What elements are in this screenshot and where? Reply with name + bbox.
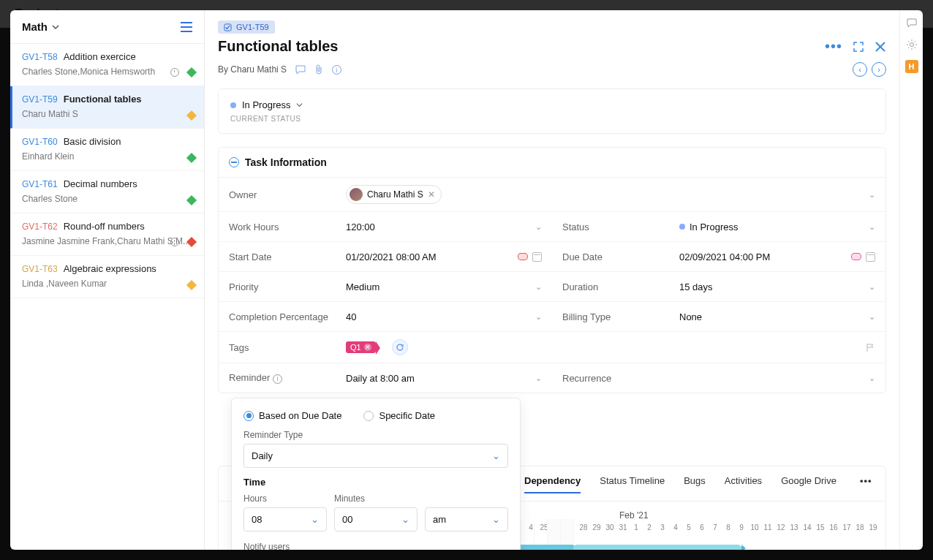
tabs-more-icon[interactable]: ••• [860,475,872,493]
reminder-label: Reminder i [229,372,346,384]
gantt-bar[interactable] [573,545,741,550]
task-info-section: Task Information Owner Charu Mathi S✕ ⌄ … [218,147,886,393]
gantt-day-label: 5 [682,523,695,531]
help-icon[interactable]: H [905,60,918,73]
radio-specific-date[interactable]: Specific Date [363,410,435,421]
gantt-day-label: 18 [853,523,866,531]
status-selector[interactable]: In Progress [230,99,874,110]
task-list-item[interactable]: GV1-T62Round-off numbers Jasmine Jasmine… [10,213,204,256]
task-assignees: Jasmine Jasmine Frank,Charu Mathi S,M... [22,236,190,246]
status-field[interactable]: In Progress⌄ [679,222,875,232]
billing-field[interactable]: None⌄ [679,311,875,322]
work-hours-field[interactable]: 120:00⌄ [346,222,542,232]
task-name: Algebraic expressions [64,263,156,274]
gantt-day-label: 16 [827,523,840,531]
more-icon[interactable]: ••• [825,38,842,55]
ampm-label [425,493,508,504]
reminder-popup: Based on Due Date Specific Date Reminder… [231,398,521,550]
crumb-text: GV1-T59 [236,23,269,31]
calendar-icon[interactable] [866,252,875,262]
due-date-value: 02/09/2021 04:00 PM [679,251,770,262]
ampm-select[interactable]: am⌄ [425,507,508,531]
hours-select[interactable]: 08⌄ [243,507,327,531]
project-selector[interactable]: Math [22,20,59,33]
gantt-day-label: 13 [787,523,801,531]
priority-label: Priority [229,281,346,292]
recurrence-field[interactable]: ⌄ [679,374,875,383]
task-name: Basic division [64,136,121,147]
task-list-item[interactable]: GV1-T58Addition exercice Charles Stone,M… [10,44,204,86]
attachment-icon[interactable] [314,64,323,75]
tags-label: Tags [229,342,346,353]
due-date-field[interactable]: 02/09/2021 04:00 PM [679,251,875,262]
start-date-field[interactable]: 01/20/2021 08:00 AM [346,251,542,262]
tag-chip[interactable]: Q1✕ [346,341,376,353]
minutes-label: Minutes [334,493,418,504]
radio-based-on-due[interactable]: Based on Due Date [243,410,341,421]
tab-activities[interactable]: Activities [725,475,762,493]
radio-label: Specific Date [379,410,435,421]
comment-icon[interactable] [295,65,306,75]
remove-chip-icon[interactable]: ✕ [428,189,435,200]
gantt-day-label: 15 [814,523,827,531]
expand-icon[interactable] [853,41,864,53]
minutes-value: 00 [342,514,352,525]
collapse-icon[interactable] [229,157,239,167]
close-icon[interactable] [875,41,886,53]
work-hours-label: Work Hours [229,222,346,232]
sidebar-menu-icon[interactable] [181,22,192,32]
recurrence-label: Recurrence [562,373,679,384]
completion-field[interactable]: 40⌄ [346,311,542,322]
info-icon[interactable]: i [273,374,282,384]
task-id: GV1-T58 [22,52,58,62]
gear-icon[interactable] [905,38,918,51]
tags-field[interactable]: Q1✕ [346,339,875,355]
task-list-item[interactable]: GV1-T60Basic division Einhard Klein [10,129,204,171]
chevron-down-icon: ⌄ [535,312,542,322]
owner-field[interactable]: Charu Mathi S✕ ⌄ [346,185,875,204]
duration-field[interactable]: 15 days⌄ [679,281,875,292]
priority-diamond-icon [186,195,197,205]
reminder-field[interactable]: Daily at 8:00 am⌄ [346,373,542,384]
reminder-type-select[interactable]: Daily⌄ [243,444,508,468]
tag-text: Q1 [350,343,361,352]
priority-value: Medium [346,281,379,292]
minutes-select[interactable]: 00⌄ [334,507,418,531]
task-list-item[interactable]: GV1-T59Functional tables Charu Mathi S [10,86,204,129]
priority-field[interactable]: Medium⌄ [346,281,542,292]
task-id: GV1-T60 [22,137,58,147]
chevron-down-icon[interactable]: ⌄ [869,190,875,200]
calendar-icon[interactable] [532,252,542,262]
flag-icon[interactable] [866,343,875,352]
refresh-tags-icon[interactable] [392,339,408,355]
info-icon[interactable]: i [332,64,341,75]
gantt-day-label: 3 [656,523,669,531]
tab-status-timeline[interactable]: Status Timeline [600,475,665,493]
chevron-down-icon: ⌄ [492,514,500,525]
chevron-down-icon: ⌄ [535,222,542,232]
tab-dependency[interactable]: Dependency [524,475,581,493]
chevron-down-icon: ⌄ [401,514,409,525]
status-dot-icon [230,102,236,108]
prev-task-icon[interactable]: ‹ [853,62,867,77]
tab-bugs[interactable]: Bugs [684,475,706,493]
status-label: Status [562,222,679,232]
task-id-crumb[interactable]: GV1-T59 [218,20,275,34]
remove-tag-icon[interactable]: ✕ [364,344,371,351]
gantt-day-label: 9 [735,523,748,531]
chevron-down-icon: ⌄ [869,282,875,292]
byline: By Charu Mathi S [218,64,287,75]
chat-icon[interactable] [905,16,918,29]
chevron-down-icon [296,102,303,108]
task-title: Functional tables [218,38,338,55]
task-list-item[interactable]: GV1-T63Algebraic expressions Linda ,Nave… [10,256,204,298]
due-date-label: Due Date [562,251,679,262]
right-rail: H [899,10,923,550]
chevron-down-icon: ⌄ [869,222,875,232]
tab-google-drive[interactable]: Google Drive [781,475,836,493]
next-task-icon[interactable]: › [872,62,886,77]
section-title: Task Information [245,156,327,168]
clock-icon [170,68,179,77]
status-field-value: In Progress [690,222,738,232]
task-list-item[interactable]: GV1-T61Decimal numbers Charles Stone [10,171,204,213]
